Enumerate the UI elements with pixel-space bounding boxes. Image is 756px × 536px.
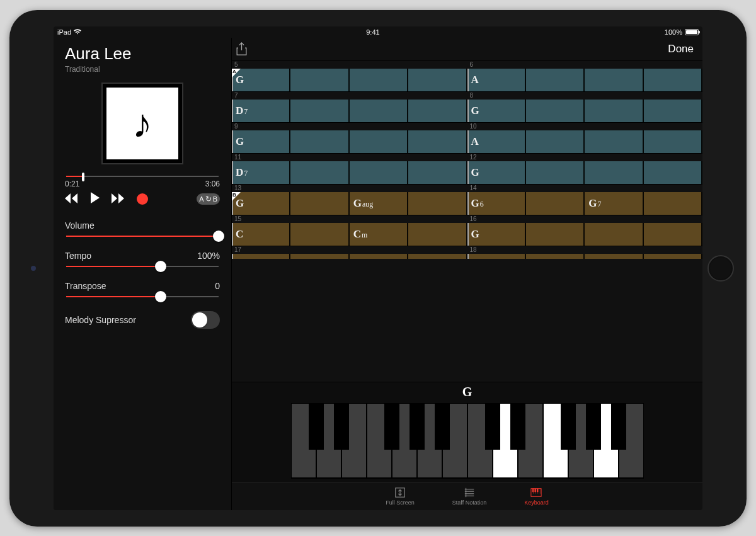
chord-cell[interactable]: [408, 69, 467, 91]
chord-cell[interactable]: [290, 223, 349, 246]
footer-tab-staff[interactable]: Staff Notation: [452, 487, 486, 506]
volume-slider-knob[interactable]: [213, 231, 224, 242]
chord-cell[interactable]: [644, 130, 702, 153]
forward-button[interactable]: [112, 192, 125, 207]
chord-cell[interactable]: [408, 254, 467, 259]
chord-cell[interactable]: G: [467, 223, 526, 246]
measure-number: 17: [232, 246, 467, 254]
chord-cell[interactable]: D7: [232, 161, 290, 184]
chord-cell[interactable]: [526, 69, 585, 91]
app-screen: iPad 9:41 100% Aura Lee Traditional ♪: [54, 26, 702, 510]
chord-cell[interactable]: [408, 130, 467, 153]
measure-number: 7: [232, 92, 467, 100]
chord-cell[interactable]: [526, 100, 585, 122]
chord-cell[interactable]: A: [467, 130, 526, 153]
tempo-slider-knob[interactable]: [155, 261, 166, 272]
chord-cell[interactable]: [585, 254, 643, 259]
black-key[interactable]: [510, 403, 525, 450]
black-key[interactable]: [611, 403, 626, 450]
chord-cell[interactable]: [290, 130, 349, 153]
transpose-slider-knob[interactable]: [155, 291, 166, 302]
chord-cell[interactable]: [290, 192, 349, 215]
footer-tab-fullscreen[interactable]: Full Screen: [386, 487, 415, 506]
chord-cell[interactable]: Cm: [350, 223, 408, 246]
chord-cell[interactable]: [408, 100, 467, 122]
measure-number: 13: [232, 185, 467, 192]
chord-cell[interactable]: [290, 254, 349, 259]
chord-cell[interactable]: [585, 223, 643, 246]
chord-cell[interactable]: [408, 161, 467, 184]
black-key[interactable]: [384, 403, 399, 450]
chord-cell[interactable]: [408, 223, 467, 246]
chord-cell[interactable]: G7: [585, 192, 643, 215]
wifi-icon: [74, 29, 81, 35]
chord-cell[interactable]: [526, 254, 585, 259]
device-label: iPad: [57, 28, 71, 36]
ab-loop-button[interactable]: A↻B: [197, 193, 220, 205]
transpose-label: Transpose: [65, 281, 106, 291]
chord-cell[interactable]: [644, 192, 702, 215]
black-key[interactable]: [586, 403, 601, 450]
black-key[interactable]: [309, 403, 324, 450]
chord-cell[interactable]: [350, 100, 408, 122]
record-button[interactable]: [137, 193, 148, 205]
chord-cell[interactable]: [585, 130, 643, 153]
battery-text: 100%: [665, 28, 682, 36]
ipad-home-button[interactable]: [707, 255, 734, 282]
chord-cell[interactable]: G6: [467, 192, 526, 215]
chord-cell[interactable]: C: [232, 223, 290, 246]
chord-cell[interactable]: G: [232, 130, 290, 153]
chord-cell[interactable]: GB: [232, 192, 290, 215]
chord-cell[interactable]: [350, 69, 408, 91]
chord-cell[interactable]: G: [467, 100, 526, 122]
done-button[interactable]: Done: [668, 43, 694, 55]
chord-cell[interactable]: [585, 161, 643, 184]
melody-suppressor-toggle[interactable]: [191, 311, 220, 329]
chord-cell[interactable]: [644, 223, 702, 246]
chord-cell[interactable]: [526, 192, 585, 215]
chord-cell[interactable]: [644, 254, 702, 259]
transpose-slider[interactable]: [66, 296, 219, 297]
chord-cell[interactable]: [526, 161, 585, 184]
play-button[interactable]: [90, 192, 100, 207]
black-key[interactable]: [485, 403, 500, 450]
playback-timeline[interactable]: 0:21 3:06: [65, 176, 220, 188]
chord-cell[interactable]: GA: [232, 69, 290, 91]
footer-tab-keyboard[interactable]: Keyboard: [524, 487, 549, 506]
chord-cell[interactable]: D7: [232, 100, 290, 122]
chord-grid[interactable]: 56GAA78D7G910GA1112D7G1314GBGaugG6G71516…: [232, 60, 702, 382]
volume-slider[interactable]: [66, 236, 219, 237]
melody-suppressor-label: Melody Supressor: [65, 315, 136, 325]
chord-cell[interactable]: [408, 192, 467, 215]
chord-cell[interactable]: [644, 69, 702, 91]
chord-cell[interactable]: A: [467, 69, 526, 91]
chord-cell[interactable]: [585, 69, 643, 91]
tempo-slider[interactable]: [66, 266, 219, 267]
black-key[interactable]: [561, 403, 576, 450]
chord-cell[interactable]: [526, 130, 585, 153]
chord-cell[interactable]: [350, 161, 408, 184]
black-key[interactable]: [410, 403, 425, 450]
chord-cell[interactable]: [644, 161, 702, 184]
chord-cell[interactable]: [526, 223, 585, 246]
transpose-value: 0: [215, 281, 220, 291]
chord-cell[interactable]: [290, 69, 349, 91]
piano-keyboard[interactable]: [232, 402, 702, 485]
black-key[interactable]: [435, 403, 450, 450]
chord-cell[interactable]: [585, 100, 643, 122]
chord-cell[interactable]: [350, 254, 408, 259]
chord-cell[interactable]: Gaug: [350, 192, 408, 215]
chord-cell[interactable]: [232, 254, 290, 259]
time-elapsed: 0:21: [65, 180, 79, 188]
chord-cell[interactable]: [290, 161, 349, 184]
chord-cell[interactable]: [644, 100, 702, 122]
scrubber-handle[interactable]: [82, 173, 84, 181]
chord-cell[interactable]: [350, 130, 408, 153]
black-key[interactable]: [334, 403, 349, 450]
chord-cell[interactable]: G: [467, 161, 526, 184]
music-note-icon: ♪: [106, 88, 178, 159]
rewind-button[interactable]: [65, 192, 79, 207]
chord-cell[interactable]: [290, 100, 349, 122]
share-icon[interactable]: [236, 42, 248, 56]
chord-cell[interactable]: [467, 254, 526, 259]
